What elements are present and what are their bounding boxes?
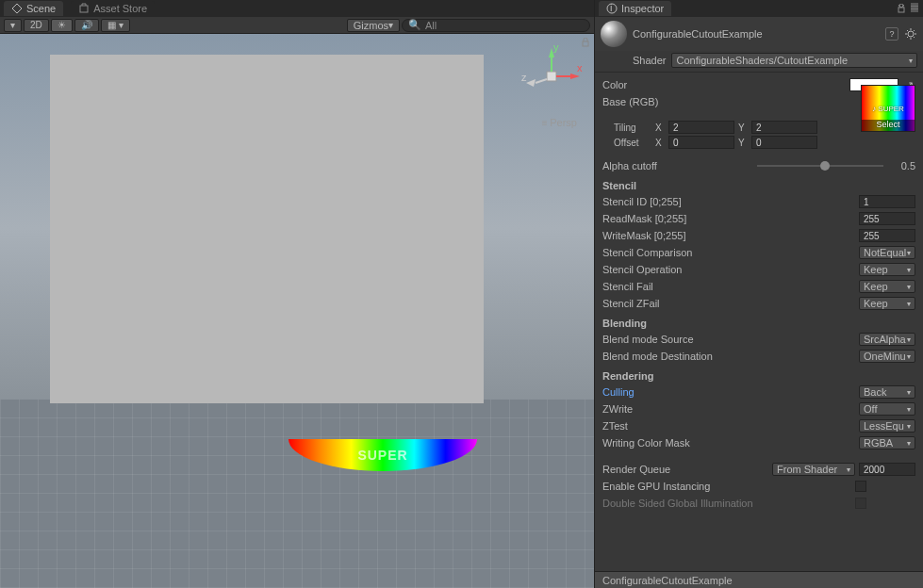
preview-title: ConfigurableCutoutExample bbox=[602, 575, 733, 586]
ztest-label: ZTest bbox=[602, 420, 753, 432]
texture-select-button[interactable]: Select bbox=[862, 120, 915, 131]
fx-button[interactable]: ▦ ▾ bbox=[101, 19, 130, 32]
double-sided-gi-checkbox bbox=[855, 498, 866, 509]
search-icon: 🔍 bbox=[408, 19, 421, 31]
texture-thumbnail[interactable]: ♪ SUPERSelect bbox=[861, 85, 915, 132]
material-preview-bar[interactable]: ConfigurableCutoutExample bbox=[595, 571, 923, 588]
stencil-comparison-label: Stencil Comparison bbox=[602, 247, 753, 258]
tiling-x-input[interactable] bbox=[668, 121, 734, 134]
render-queue-input[interactable] bbox=[859, 463, 915, 476]
svg-text:i: i bbox=[610, 3, 612, 13]
svg-marker-5 bbox=[570, 74, 580, 79]
inspector-body: ConfigurableCutoutExample ? Shader Confi… bbox=[595, 17, 923, 571]
material-preview-sphere bbox=[601, 21, 627, 47]
zwrite-dropdown[interactable]: Off▾ bbox=[859, 402, 915, 416]
inspector-tab-bar: i Inspector bbox=[595, 0, 923, 17]
stencil-comparison-dropdown[interactable]: NotEqual▾ bbox=[859, 246, 915, 259]
panel-menu-icon[interactable] bbox=[910, 2, 919, 11]
tab-scene[interactable]: Scene bbox=[4, 1, 63, 16]
svg-rect-1 bbox=[547, 72, 556, 81]
shader-dropdown[interactable]: ConfigurableShaders/CutoutExample▾ bbox=[671, 53, 917, 68]
alpha-cutoff-label: Alpha cutoff bbox=[602, 160, 753, 172]
tab-inspector[interactable]: i Inspector bbox=[599, 1, 671, 16]
culling-dropdown[interactable]: Back▾ bbox=[859, 385, 915, 399]
stencil-fail-label: Stencil Fail bbox=[602, 281, 753, 292]
svg-text:z: z bbox=[521, 72, 527, 83]
svg-text:y: y bbox=[553, 43, 559, 53]
culling-label: Culling bbox=[602, 386, 753, 398]
material-header: ConfigurableCutoutExample ? bbox=[595, 17, 923, 51]
shader-label: Shader bbox=[633, 55, 666, 66]
inspector-icon: i bbox=[606, 3, 618, 14]
rendering-title: Rendering bbox=[602, 370, 915, 382]
scene-tab-bar: Scene Asset Store bbox=[0, 0, 594, 17]
svg-text:x: x bbox=[577, 62, 583, 74]
tab-scene-label: Scene bbox=[26, 3, 56, 14]
gpu-instancing-label: Enable GPU Instancing bbox=[602, 481, 753, 492]
mode-2d-button[interactable]: 2D bbox=[24, 19, 49, 32]
blend-src-dropdown[interactable]: SrcAlpha▾ bbox=[859, 333, 915, 346]
asset-store-icon bbox=[78, 3, 90, 14]
svg-line-9 bbox=[536, 79, 547, 83]
stencil-title: Stencil bbox=[602, 180, 915, 191]
tiling-label: Tiling bbox=[614, 122, 651, 133]
svg-marker-8 bbox=[526, 79, 536, 87]
audio-button[interactable]: 🔊 bbox=[74, 19, 99, 32]
colormask-dropdown[interactable]: RGBA▾ bbox=[859, 436, 915, 449]
chevron-down-icon: ▾ bbox=[909, 57, 913, 65]
search-placeholder: All bbox=[425, 20, 437, 31]
blend-dst-dropdown[interactable]: OneMinu▾ bbox=[859, 350, 915, 363]
shader-row: Shader ConfigurableShaders/CutoutExample… bbox=[595, 51, 923, 73]
blend-dst-label: Blend mode Destination bbox=[602, 351, 753, 362]
svg-rect-0 bbox=[80, 6, 88, 12]
writemask-label: WriteMask [0;255] bbox=[602, 230, 753, 241]
material-name: ConfigurableCutoutExample bbox=[633, 28, 880, 40]
offset-y-input[interactable] bbox=[751, 136, 817, 149]
orientation-gizmo[interactable]: y x z bbox=[519, 43, 585, 109]
writemask-input[interactable] bbox=[859, 229, 915, 242]
offset-x-input[interactable] bbox=[668, 136, 734, 149]
stencil-zfail-dropdown[interactable]: Keep▾ bbox=[859, 297, 915, 310]
render-queue-mode-dropdown[interactable]: From Shader▾ bbox=[772, 463, 855, 476]
tab-inspector-label: Inspector bbox=[621, 3, 664, 14]
stencil-fail-dropdown[interactable]: Keep▾ bbox=[859, 280, 915, 293]
readmask-input[interactable] bbox=[859, 212, 915, 225]
scene-floor bbox=[0, 400, 594, 588]
colormask-label: Writing Color Mask bbox=[602, 437, 753, 449]
svg-point-15 bbox=[908, 31, 914, 37]
alpha-cutoff-slider[interactable] bbox=[757, 159, 883, 172]
stencil-id-label: Stencil ID [0;255] bbox=[602, 196, 753, 207]
gpu-instancing-checkbox[interactable] bbox=[855, 481, 866, 492]
tab-asset-store-label: Asset Store bbox=[93, 3, 147, 14]
blend-src-label: Blend mode Source bbox=[602, 334, 753, 345]
projection-label[interactable]: ≡ Persp bbox=[542, 117, 577, 128]
lighting-button[interactable]: ☀ bbox=[51, 19, 73, 32]
ztest-dropdown[interactable]: LessEqu▾ bbox=[859, 419, 915, 433]
readmask-label: ReadMask [0;255] bbox=[602, 213, 753, 224]
shaded-mode-button[interactable]: ▾ bbox=[4, 19, 22, 32]
panel-dropdown-icon[interactable] bbox=[897, 2, 906, 11]
blending-title: Blending bbox=[602, 318, 915, 329]
alpha-cutoff-value: 0.5 bbox=[887, 160, 915, 172]
tiling-y-input[interactable] bbox=[751, 121, 817, 134]
gear-icon[interactable] bbox=[904, 27, 917, 41]
gizmos-button[interactable]: Gizmos ▾ bbox=[347, 19, 400, 32]
scene-cube-object bbox=[50, 55, 484, 403]
svg-rect-11 bbox=[583, 41, 588, 46]
scene-toolbar: ▾ 2D ☀ 🔊 ▦ ▾ Gizmos ▾ 🔍 All bbox=[0, 17, 594, 34]
scene-icon bbox=[11, 3, 23, 14]
stencil-operation-dropdown[interactable]: Keep▾ bbox=[859, 263, 915, 276]
tab-asset-store[interactable]: Asset Store bbox=[71, 1, 155, 16]
lock-icon[interactable] bbox=[581, 38, 590, 47]
render-queue-label: Render Queue bbox=[602, 464, 753, 475]
stencil-id-input[interactable] bbox=[859, 195, 915, 208]
base-rgb-label: Base (RGB) bbox=[602, 96, 753, 107]
double-sided-gi-label: Double Sided Global Illumination bbox=[602, 498, 791, 509]
stencil-operation-label: Stencil Operation bbox=[602, 264, 753, 275]
color-label: Color bbox=[602, 79, 753, 90]
help-button[interactable]: ? bbox=[885, 27, 898, 41]
scene-view[interactable]: SUPER y x z ≡ Persp bbox=[0, 34, 594, 588]
scene-search-input[interactable]: 🔍 All bbox=[402, 19, 590, 32]
stencil-zfail-label: Stencil ZFail bbox=[602, 298, 753, 309]
offset-label: Offset bbox=[614, 138, 651, 148]
